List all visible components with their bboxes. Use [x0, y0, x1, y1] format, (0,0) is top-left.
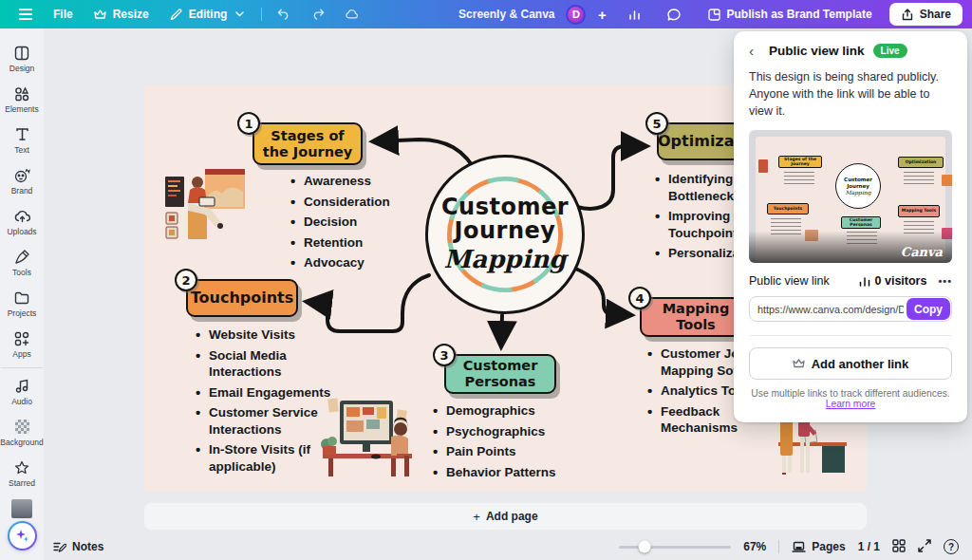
thumbnail-node: Stages of the Journey: [778, 156, 822, 168]
left-sidebar: Design Elements Text Brand Uploads Tools…: [0, 28, 44, 560]
mindmap-node-personas[interactable]: Customer Personas: [444, 354, 556, 394]
sidebar-label: Text: [14, 145, 29, 155]
color-swatch[interactable]: [11, 499, 32, 518]
notes-button[interactable]: Notes: [53, 540, 103, 553]
design-icon: [13, 45, 30, 62]
sidebar-label: Background: [0, 438, 43, 447]
sidebar-divider: [1, 367, 43, 368]
sidebar-label: Starred: [9, 478, 35, 488]
node-title: Touchpoints: [191, 289, 294, 307]
thumbnail-center-topic: Customer Journey Mapping: [835, 163, 881, 209]
back-chevron-icon[interactable]: ‹: [749, 43, 760, 59]
panel-description: This design is being shared publicly. An…: [749, 68, 952, 120]
sidebar-item-apps[interactable]: Apps: [0, 324, 44, 364]
background-checker-icon: [13, 419, 30, 436]
insights-button[interactable]: [618, 4, 650, 25]
publish-brand-template-button[interactable]: Publish as Brand Template: [698, 4, 881, 25]
sidebar-item-uploads[interactable]: Uploads: [0, 201, 44, 242]
node-badge-5[interactable]: 5: [645, 112, 668, 135]
file-label: File: [53, 8, 73, 21]
node-bullets-stages[interactable]: Awareness Consideration Decision Retenti…: [289, 173, 421, 275]
badge-number: 2: [181, 273, 190, 288]
bar-chart-icon: [627, 8, 641, 21]
bullet-item: Retention: [289, 234, 421, 252]
thumbnail-node: Customer Personas: [841, 216, 881, 229]
mindmap-node-stages[interactable]: Stages of the Journey: [252, 122, 363, 165]
pages-button[interactable]: Pages: [792, 540, 845, 553]
sidebar-item-elements[interactable]: Elements: [0, 79, 44, 120]
upload-cloud-icon: [13, 208, 30, 225]
bullet-item: Pain Points: [431, 443, 583, 460]
node-bullets-personas[interactable]: Demographics Psychographics Pain Points …: [431, 402, 583, 484]
design-preview-thumbnail[interactable]: Customer Journey Mapping Stages of the J…: [749, 130, 952, 263]
illustration-woman-desktop[interactable]: [317, 397, 416, 476]
visitors-count[interactable]: 0 visitors: [859, 274, 927, 288]
zoom-level[interactable]: 67%: [743, 540, 766, 553]
notes-label: Notes: [72, 540, 103, 553]
thumbnail-node: Mapping Tools: [898, 205, 940, 217]
visitors-chart-icon: [859, 276, 870, 287]
link-options-menu[interactable]: •••: [938, 275, 952, 287]
sidebar-item-background[interactable]: Background: [0, 412, 44, 453]
add-page-label: Add page: [486, 510, 538, 523]
sidebar-item-brand[interactable]: Brand: [0, 160, 44, 201]
bullet-item: Advocacy: [289, 254, 421, 271]
bullet-item: Decision: [289, 214, 421, 231]
help-button[interactable]: ?: [944, 539, 959, 554]
elements-icon: [13, 85, 30, 103]
fullscreen-icon: [918, 539, 931, 552]
thumbnail-node: Optimization: [898, 157, 944, 168]
node-badge-4[interactable]: 4: [628, 287, 651, 309]
sparkle-icon: [15, 529, 29, 543]
top-toolbar: File Resize Editing Screenly & Canva D: [0, 0, 972, 28]
redo-button[interactable]: [302, 4, 334, 25]
file-menu-button[interactable]: File: [44, 4, 83, 25]
illustration-person-laptop[interactable]: [165, 169, 245, 239]
panel-footnote: Use multiple links to track different au…: [749, 388, 952, 409]
plus-icon: +: [595, 8, 608, 21]
learn-more-link[interactable]: Learn more: [826, 399, 876, 409]
resize-button[interactable]: Resize: [84, 4, 159, 25]
mindmap-center-topic[interactable]: Customer Journey Mapping: [425, 155, 585, 314]
chevron-down-icon: [233, 8, 246, 21]
node-badge-2[interactable]: 2: [175, 269, 197, 291]
undo-button[interactable]: [268, 4, 300, 25]
bullet-item: Psychographics: [431, 423, 583, 440]
main-menu-button[interactable]: [9, 4, 42, 25]
sidebar-label: Apps: [12, 349, 30, 359]
sidebar-label: Brand: [11, 186, 33, 196]
bullet-item: Demographics: [431, 402, 583, 420]
editing-mode-dropdown[interactable]: Editing: [160, 4, 256, 25]
center-subtitle-script: Mapping: [444, 245, 567, 273]
cloud-save-button[interactable]: [336, 4, 368, 25]
copy-link-button[interactable]: Copy: [907, 298, 950, 320]
share-button[interactable]: Share: [889, 3, 963, 26]
add-page-button[interactable]: + Add page: [144, 503, 867, 530]
add-another-link-button[interactable]: Add another link: [749, 347, 952, 380]
node-badge-3[interactable]: 3: [433, 344, 456, 366]
design-title[interactable]: Screenly & Canva: [458, 8, 554, 21]
pen-tool-icon: [13, 249, 30, 266]
zoom-slider[interactable]: [619, 546, 731, 549]
magic-assistant-button[interactable]: [8, 521, 37, 551]
sidebar-item-audio[interactable]: Audio: [0, 371, 44, 412]
mindmap-node-touchpoints[interactable]: Touchpoints: [186, 279, 298, 317]
grid-view-icon: [892, 539, 906, 552]
bullet-item: Behavior Patterns: [431, 464, 583, 481]
avatar[interactable]: D: [566, 5, 586, 25]
grid-view-button[interactable]: [892, 539, 906, 555]
sidebar-item-text[interactable]: Text: [0, 120, 44, 160]
badge-number: 5: [652, 117, 661, 131]
fullscreen-button[interactable]: [918, 539, 931, 555]
zoom-slider-thumb[interactable]: [639, 541, 651, 553]
sidebar-label: Design: [9, 64, 34, 73]
apps-grid-icon: [13, 330, 30, 347]
comments-button[interactable]: [658, 4, 690, 25]
sidebar-item-design[interactable]: Design: [0, 38, 44, 79]
add-member-button[interactable]: +: [593, 4, 610, 25]
sidebar-item-projects[interactable]: Projects: [0, 283, 44, 324]
resize-label: Resize: [113, 8, 149, 21]
sidebar-item-tools[interactable]: Tools: [0, 242, 44, 283]
sidebar-item-starred[interactable]: Starred: [0, 453, 44, 494]
node-badge-1[interactable]: 1: [237, 112, 260, 135]
